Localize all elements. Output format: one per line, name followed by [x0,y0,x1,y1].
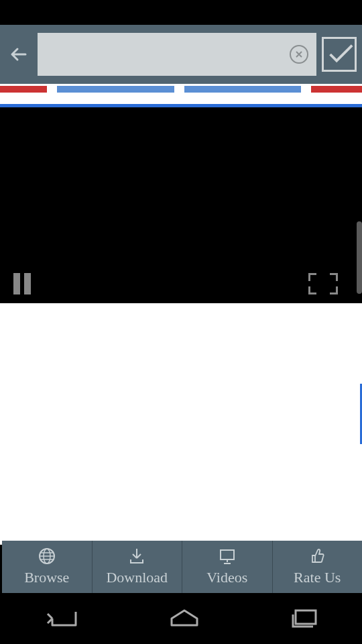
back-button[interactable] [5,41,32,68]
presentation-icon [219,547,236,565]
fullscreen-button[interactable] [308,273,338,294]
bar-segment [184,86,302,93]
nav-home-button[interactable] [168,606,201,631]
bar-segment [57,86,174,93]
status-bar [0,0,362,25]
bar-segment [0,86,47,93]
globe-icon [38,547,56,565]
svg-rect-8 [296,610,316,624]
bottom-tab-bar: Browse Download Videos Rate Us [2,541,362,593]
tab-rate-us[interactable]: Rate Us [273,541,363,593]
nav-back-icon [42,606,82,631]
tab-videos[interactable]: Videos [182,541,273,593]
download-icon [128,547,145,565]
back-arrow-icon [7,42,31,66]
tab-label: Download [106,569,168,586]
nav-recent-button[interactable] [286,606,320,631]
fullscreen-icon [330,286,338,294]
pause-button[interactable] [13,273,31,294]
checkmark-icon [324,38,355,70]
close-icon [295,50,303,58]
tab-label: Rate Us [294,569,341,586]
loading-indicator [0,84,362,104]
nav-home-icon [168,606,201,631]
video-player[interactable] [0,107,362,303]
thumbs-up-icon [308,547,326,565]
fullscreen-icon [330,273,338,281]
tab-download[interactable]: Download [93,541,183,593]
tab-label: Videos [206,569,247,586]
pause-icon [24,273,31,294]
search-container [38,33,316,76]
bar-segment [311,86,362,93]
app-toolbar [0,25,362,84]
scrollbar[interactable] [357,221,362,294]
content-area [0,84,362,545]
confirm-button[interactable] [322,37,357,72]
nav-recent-icon [286,606,320,631]
content-body [0,303,362,545]
nav-back-button[interactable] [42,606,82,631]
tab-label: Browse [24,569,69,586]
clear-search-button[interactable] [290,45,308,64]
video-controls [0,264,351,303]
fullscreen-icon [308,273,316,281]
svg-rect-5 [221,550,234,559]
fullscreen-icon [308,286,316,294]
pause-icon [13,273,20,294]
tab-browse[interactable]: Browse [2,541,93,593]
search-input[interactable] [46,33,290,76]
system-nav-bar [0,593,362,644]
